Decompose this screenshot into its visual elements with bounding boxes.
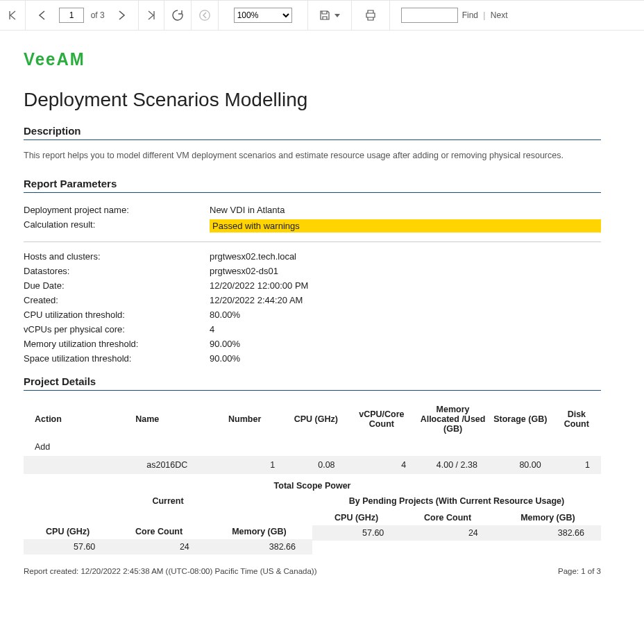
param-label: Hosts and clusters: (24, 251, 210, 262)
param-row: Hosts and clusters:prgtwesx02.tech.local (24, 249, 601, 264)
find-next-link[interactable]: Next (491, 10, 508, 20)
param-row: Datastores:prgtwesx02-ds01 (24, 264, 601, 278)
back-button[interactable] (192, 1, 219, 30)
param-value: 90.00% (210, 339, 601, 349)
param-value: prgtwesx02.tech.local (210, 251, 601, 262)
scope-current-core: 24 (112, 539, 206, 554)
next-page-button[interactable] (116, 10, 127, 21)
description-text: This report helps you to model different… (24, 150, 601, 162)
page-nav-group: of 3 (26, 1, 139, 30)
first-page-icon (7, 10, 18, 21)
scope-current-values: 57.60 24 382.66 (24, 539, 312, 554)
last-page-icon (146, 10, 157, 21)
section-description-title: Description (24, 125, 601, 140)
parameters-bottom: Hosts and clusters:prgtwesx02.tech.local… (24, 249, 601, 366)
veeam-logo: VeeAM (24, 49, 601, 69)
table-row: as2016DC10.0844.00 / 2.3880.001 (24, 456, 601, 474)
cell-disk: 1 (552, 456, 601, 474)
param-value: 12/20/2022 12:00:00 PM (210, 280, 601, 291)
param-row: vCPUs per physical core:4 (24, 322, 601, 337)
page-number-input[interactable] (59, 8, 84, 23)
param-value: 80.00% (210, 310, 601, 320)
scope-col-cpu: CPU (GHz) (312, 510, 400, 525)
cell-number: 1 (203, 456, 286, 474)
col-cpu: CPU (GHz) (286, 400, 346, 438)
param-row: CPU utilization threshold:80.00% (24, 307, 601, 322)
save-button[interactable] (308, 1, 352, 30)
refresh-button[interactable] (164, 1, 192, 30)
param-label: Created: (24, 295, 210, 305)
scope-current-cpu: 57.60 (24, 539, 112, 554)
param-label: Space utilization threshold: (24, 353, 210, 364)
report-title: Deployment Scenarios Modelling (24, 89, 601, 111)
report-footer: Report created: 12/20/2022 2:45:38 AM ((… (24, 567, 601, 575)
col-mem: Memory Allocated /Used (GB) (417, 400, 489, 438)
param-label: Calculation result: (24, 219, 210, 232)
zoom-select[interactable]: 100% (234, 8, 292, 23)
scope-title: Total Scope Power (24, 481, 601, 491)
refresh-icon (171, 9, 184, 22)
scope-col-mem: Memory (GB) (495, 510, 601, 525)
separator: | (483, 10, 485, 20)
of-label: of (91, 10, 98, 20)
cell-mem: 4.00 / 2.38 (417, 456, 489, 474)
chevron-left-icon (37, 10, 48, 21)
col-action: Action (24, 400, 91, 438)
page-counter: of 3 (59, 8, 105, 23)
zoom-group: 100% (219, 1, 308, 30)
find-input[interactable] (401, 8, 458, 23)
prev-page-button[interactable] (37, 10, 48, 21)
param-label: Deployment project name: (24, 205, 210, 215)
param-value: 90.00% (210, 353, 601, 364)
param-row: Created:12/20/2022 2:44:20 AM (24, 293, 601, 307)
cell-cpu: 0.08 (286, 456, 346, 474)
divider (24, 242, 601, 242)
scope-pending-cpu: 57.60 (312, 525, 400, 541)
scope-col-mem: Memory (GB) (206, 524, 312, 539)
save-icon (319, 10, 330, 21)
find-group: Find | Next (390, 1, 519, 30)
col-disk: Disk Count (552, 400, 601, 438)
param-label: vCPUs per physical core: (24, 324, 210, 334)
back-circle-icon (198, 9, 211, 22)
print-button[interactable] (352, 1, 390, 30)
scope-current-label: Current (24, 493, 312, 510)
report-page: VeeAM Deployment Scenarios Modelling Des… (0, 31, 625, 589)
print-icon (364, 9, 377, 22)
first-page-button[interactable] (0, 1, 26, 30)
param-value: New VDI in Atlanta (210, 205, 601, 215)
report-toolbar: of 3 100% (0, 0, 644, 31)
cell-vcpu: 4 (346, 456, 418, 474)
scope-col-core: Core Count (112, 524, 206, 539)
scope-pending: By Pending Projects (With Current Resour… (312, 493, 601, 554)
cell-action (24, 456, 91, 474)
param-label: Datastores: (24, 266, 210, 276)
param-row: Memory utilization threshold:90.00% (24, 337, 601, 351)
param-value: 4 (210, 324, 601, 334)
col-name: Name (91, 400, 203, 438)
param-label: Memory utilization threshold: (24, 339, 210, 349)
col-vcpu: vCPU/Core Count (346, 400, 418, 438)
param-row: Deployment project name:New VDI in Atlan… (24, 203, 601, 217)
group-label: Add (24, 438, 601, 456)
scope-grid: Current CPU (GHz) Core Count Memory (GB)… (24, 493, 601, 554)
param-row: Calculation result:Passed with warnings (24, 217, 601, 235)
find-link[interactable]: Find (462, 10, 478, 20)
param-value: 12/20/2022 2:44:20 AM (210, 295, 601, 305)
table-group-row: Add (24, 438, 601, 456)
param-value: prgtwesx02-ds01 (210, 266, 601, 276)
project-details-table: Action Name Number CPU (GHz) vCPU/Core C… (24, 400, 601, 474)
svg-point-0 (199, 10, 209, 20)
scope-pending-mem: 382.66 (495, 525, 601, 541)
cell-name: as2016DC (91, 456, 203, 474)
footer-created: Report created: 12/20/2022 2:45:38 AM ((… (24, 567, 317, 575)
col-storage: Storage (GB) (489, 400, 552, 438)
last-page-button[interactable] (139, 1, 164, 30)
footer-page: Page: 1 of 3 (558, 567, 601, 575)
cell-storage: 80.00 (489, 456, 552, 474)
scope-pending-label: By Pending Projects (With Current Resour… (312, 493, 601, 510)
scope-pending-core: 24 (400, 525, 495, 541)
chevron-right-icon (116, 10, 127, 21)
param-label: CPU utilization threshold: (24, 310, 210, 320)
col-number: Number (203, 400, 286, 438)
